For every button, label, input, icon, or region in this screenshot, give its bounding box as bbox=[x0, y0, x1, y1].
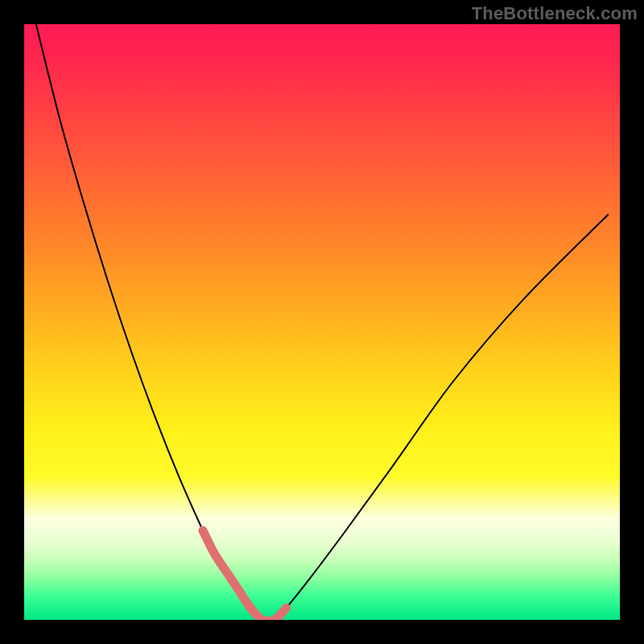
plot-area bbox=[24, 24, 620, 620]
optimal-range-highlight bbox=[203, 530, 287, 620]
bottleneck-curve bbox=[36, 24, 608, 620]
curve-layer bbox=[24, 24, 620, 620]
chart-frame: TheBottleneck.com bbox=[0, 0, 644, 644]
watermark-text: TheBottleneck.com bbox=[472, 3, 638, 24]
